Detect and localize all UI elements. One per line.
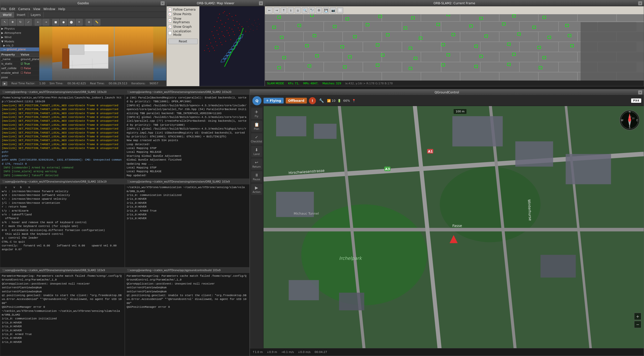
- zoom-out-button[interactable]: −: [634, 321, 641, 328]
- show-points-checkbox[interactable]: [168, 12, 172, 16]
- frame-btn-down[interactable]: ↓: [288, 7, 294, 13]
- frame-btn-right[interactable]: →: [274, 7, 280, 13]
- orbslam-frame-close-button[interactable]: ✕: [638, 1, 642, 5]
- frame-btn-zoom-out[interactable]: 🔭: [309, 7, 315, 13]
- frame-btn-home[interactable]: ⌂: [295, 7, 301, 13]
- plan-button[interactable]: 📋 Plan: [251, 121, 262, 132]
- frame-btn-settings[interactable]: ⚙: [316, 7, 322, 13]
- frame-btn-save[interactable]: 💾: [323, 7, 329, 13]
- terminal-1-content[interactable]: /home/xzeng/catkin_ws/XTDrone/PX4-Autopi…: [0, 95, 125, 179]
- toolbar-box-btn[interactable]: ■: [52, 19, 59, 26]
- zoom-in-button[interactable]: +: [634, 313, 641, 320]
- warning-badge[interactable]: !: [309, 97, 316, 104]
- frame-btn-left[interactable]: ←: [267, 7, 273, 13]
- orbslam-frame-viewport[interactable]: [265, 14, 644, 81]
- gazebo-close-button[interactable]: ✕: [161, 1, 165, 5]
- signal-stat: 📶 10: [327, 99, 335, 103]
- pause-button[interactable]: ⏸ Pause: [251, 171, 262, 182]
- svg-point-60: [225, 41, 226, 42]
- terminal-line: iris_0:HOVER: [127, 205, 248, 209]
- play-pause-button[interactable]: ▶: [2, 82, 7, 86]
- sidebar-ground-plane[interactable]: — ground_plane: [0, 47, 39, 51]
- menu-file[interactable]: File: [1, 7, 6, 11]
- terminal-2-title: xzeng@xianfeng:~/catkin_ws/XTDrone/sensi…: [130, 91, 221, 93]
- sidebar-iris0[interactable]: ▶ iris_0: [0, 44, 39, 47]
- land-button[interactable]: ⬇ Land: [251, 146, 262, 157]
- svg-rect-248: [339, 293, 364, 310]
- frame-btn-up[interactable]: ↑: [281, 7, 287, 13]
- toolbar-measure-btn[interactable]: 📏: [93, 19, 100, 26]
- terminal-3-title: xzeng@xianfeng:~/catkin_ws/XTDrone/sensi…: [5, 180, 96, 183]
- sidebar-wind[interactable]: ▶ Wind: [0, 35, 39, 39]
- orbslam-map-close-button[interactable]: ✕: [259, 1, 263, 5]
- terminal-6-content[interactable]: ParameterManagerlog: Parameters cache ma…: [125, 273, 249, 356]
- show-keyframes-checkbox[interactable]: [168, 19, 172, 22]
- toolbar-light-btn[interactable]: ☀: [76, 19, 83, 26]
- toolbar-undo-btn[interactable]: ←: [35, 19, 42, 26]
- terminal-3-titlebar: ⬛ xzeng@xianfeng:~/catkin_ws/XTDrone/sen…: [0, 179, 125, 185]
- menu-window[interactable]: Window: [43, 7, 55, 11]
- toolbar-scale-btn[interactable]: ⤢: [25, 19, 32, 26]
- toolbar-select-btn[interactable]: ↖: [1, 19, 8, 26]
- toolbar-redo-btn[interactable]: →: [42, 19, 49, 26]
- terminal-4: ⬛ xzeng@xianfeng:~/catkin_ws/XTDrone/sen…: [125, 179, 250, 267]
- svg-rect-171: [581, 22, 644, 81]
- sidebar-physics[interactable]: ▶ Physics: [0, 27, 39, 31]
- sidebar-models[interactable]: ▼ Models: [0, 39, 39, 44]
- terminal-4-content[interactable]: ~/catkin_ws/XTDrone/communication ~/catk…: [125, 185, 249, 267]
- svg-rect-138: [520, 42, 558, 51]
- flight-time-stat: 00:04:27: [315, 350, 327, 354]
- toolbar-cylinder-btn[interactable]: ⬤: [68, 19, 75, 26]
- return-button[interactable]: ↩ Return: [251, 159, 262, 170]
- land-icon: ⬇: [255, 147, 258, 152]
- terminal-3-content[interactable]: x v b nw/x : increase/decrease forward v…: [0, 185, 125, 267]
- svg-rect-4: [84, 44, 108, 52]
- sim-time-label: Sim Time:: [49, 82, 63, 85]
- qgc-map[interactable]: Hirschwiesenstrasse Fasse Winterhurse Ir…: [264, 106, 644, 348]
- menu-camera[interactable]: Camera: [18, 7, 30, 11]
- svg-text:-10: -10: [628, 116, 631, 118]
- orbslam-map-viewport[interactable]: [199, 6, 265, 86]
- menu-view[interactable]: View: [33, 7, 40, 11]
- svg-point-89: [250, 29, 251, 30]
- localization-mode-checkbox[interactable]: [168, 31, 172, 35]
- terminal-line: x v b n: [2, 186, 123, 189]
- tab-world[interactable]: World: [0, 12, 14, 18]
- tab-layers[interactable]: Layers: [28, 12, 44, 18]
- toolbar-rotate-btn[interactable]: ↻: [17, 19, 24, 26]
- terminal-line: t/y : arm/disarm: [2, 209, 123, 213]
- terminal-5-content[interactable]: ParameterManagerlog: Parameters cache ma…: [0, 273, 125, 356]
- menu-edit[interactable]: Edit: [9, 7, 15, 11]
- svg-point-54: [234, 34, 235, 35]
- terminal-line: w/x : increase/decrease forward velocity: [2, 190, 123, 193]
- offboard-mode-badge[interactable]: Offboard: [286, 98, 307, 104]
- toolbar-translate-btn[interactable]: ✥: [9, 19, 16, 26]
- svg-rect-143: [343, 53, 381, 61]
- show-graph-checkbox[interactable]: [168, 25, 172, 29]
- flying-mode-badge[interactable]: ✈ Flying: [264, 98, 284, 104]
- terminal-line: [INFO:0] global /builddir/build/BUILD/op…: [127, 104, 248, 115]
- checklist-button[interactable]: ✓ Checklist: [251, 133, 262, 144]
- reset-button[interactable]: Reset: [168, 39, 198, 44]
- fly-button[interactable]: ✈ Fly: [251, 108, 262, 119]
- follow-camera-checkbox[interactable]: [168, 8, 172, 11]
- qgc-close-button[interactable]: ✕: [638, 90, 642, 94]
- kfs-text: KFs: 71,: [288, 82, 299, 85]
- toolbar-pointer-btn[interactable]: ⊕: [85, 19, 93, 26]
- action-button[interactable]: ▶ Action: [251, 184, 262, 195]
- tab-insert[interactable]: Insert: [14, 12, 28, 18]
- menu-help[interactable]: Help: [58, 7, 65, 11]
- sidebar-atmosphere[interactable]: ▶ Atmosphere: [0, 31, 39, 35]
- frame-btn-zoom-in[interactable]: 🔍: [302, 7, 308, 13]
- tools-icon-btn[interactable]: 🔧: [318, 97, 325, 104]
- terminal-2-content[interactable]: p (96) ParallelBackendRegistry core(para…: [125, 95, 249, 179]
- gazebo-viewport[interactable]: [39, 27, 166, 81]
- atmosphere-arrow-icon: ▶: [1, 31, 3, 35]
- frame-btn-display[interactable]: ⬜: [337, 7, 343, 13]
- frame-btn-screenshot[interactable]: 📷: [330, 7, 336, 13]
- terminal-line: pxh>: [2, 154, 123, 158]
- show-keyframes-label: Show KeyFrames: [173, 17, 198, 24]
- toolbar-sphere-btn[interactable]: ●: [60, 19, 67, 26]
- svg-rect-127: [500, 32, 538, 41]
- gazebo-title: Gazebo: [77, 2, 89, 5]
